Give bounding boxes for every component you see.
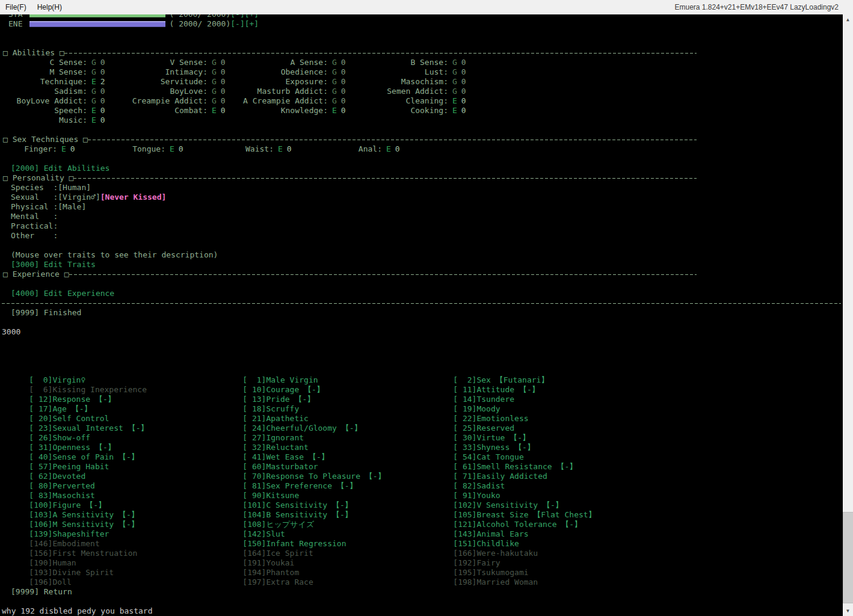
trait-label: [ 13]Pride 【-】 [242,395,315,404]
trait-label: [106]M Sensitivity 【-】 [29,520,139,529]
menu-bar: File(F) Help(H) Emuera 1.824+v21+EMv18+E… [0,0,853,14]
ability-value: 0 [461,96,466,106]
ability-value: 0 [341,96,346,106]
ability-stat: Servitude: G 0 [131,77,251,87]
ability-grade: E [91,106,96,116]
trait-label: [ 61]Smell Resistance 【-】 [453,462,577,471]
personality-label: Mental : [11,212,58,221]
trait-label: [ 22]Emotionless [453,414,528,423]
ene-progress-bar [29,21,165,27]
ability-value: 0 [395,144,400,154]
trait-label: [194]Phantom [242,568,299,577]
trait-label: [ 80]Perverted [29,481,95,490]
trait-label: [ 6]Kissing Inexperience [29,385,147,394]
scrollbar-track[interactable] [843,25,853,606]
trait-button[interactable]: [ 0]Virgin♀ [10,366,224,375]
ability-label: Knowledge: [251,106,328,116]
trait-label: [ 12]Response 【-】 [29,395,115,404]
ability-label: BoyLove Addict: [10,96,87,106]
edit-experience-button[interactable]: [4000] Edit Experience [0,289,843,298]
menu-file[interactable]: File(F) [0,1,32,14]
trait-label: [ 57]Peeing Habit [29,462,109,471]
trait-button[interactable]: [ 2]Sex 【Futanari】 [434,366,843,375]
ability-stat: Waist: E 0 [227,144,335,154]
menu-help[interactable]: Help(H) [32,1,67,14]
ability-label: Intimacy: [131,67,208,77]
sex-techniques-title: □ Sex Techniques □ [3,135,88,144]
ene-value: ( 2000/ 2000) [169,19,230,29]
trait-label: [ 2]Sex 【Futanari】 [453,375,549,384]
ability-stat: Speech: E 0 [10,106,131,116]
ability-label: Semen Addict: [371,87,448,96]
ability-stat: Music: E 0 [10,116,131,125]
ability-label: Masturb Addict: [251,87,328,96]
abilities-title: □ Abilities □ [3,48,64,58]
ability-stat: Semen Addict: G 0 [371,87,491,96]
ability-stat: Combat: E 0 [131,106,251,116]
return-button[interactable]: [9999] Return [0,587,843,597]
scroll-up-icon[interactable]: ▲ [843,14,853,25]
trait-label: [101]C Sensitivity 【-】 [242,500,353,510]
input-line[interactable]: why 192 disbled pedy you bastard [0,606,843,616]
ability-stat: Intimacy: G 0 [131,67,251,77]
trait-label: [ 24]Cheerful/Gloomy 【-】 [242,424,362,433]
trait-label: [192]Fairy [453,558,500,567]
trait-label: [143]Animal Ears [453,529,528,538]
dashed-divider [73,173,697,183]
dashed-divider [64,48,697,58]
ability-grade: G [212,58,217,67]
ability-stat: Tongue: E 0 [119,144,227,154]
ability-value: 0 [100,106,105,116]
trait-label: [105]Breast Size 【Flat Chest】 [453,510,596,519]
trait-label: [ 33]Shyness 【-】 [453,443,535,452]
sta-plus-button[interactable]: [+] [245,14,259,19]
trait-label: [ 70]Response To Pleasure 【-】 [242,472,385,481]
edit-abilities-button[interactable]: [2000] Edit Abilities [0,164,843,173]
trait-label: [103]A Sensitivity 【-】 [29,510,139,519]
trait-label: [ 26]Show-off [29,433,90,442]
personality-label: Sexual : [11,192,58,202]
scroll-down-icon[interactable]: ▼ [843,606,853,616]
ability-stat: Knowledge: E 0 [251,106,371,116]
ability-label: Cleaning: [371,96,448,106]
ability-stat: Finger: E 0 [10,144,119,154]
trait-label: [197]Extra Race [242,578,313,587]
ability-grade: E [278,144,283,154]
trait-label: [ 91]Youko [453,491,500,500]
ability-grade: G [332,58,337,67]
trait-button[interactable]: [ 1]Male Virgin [224,366,434,375]
ability-grade: G [212,96,217,106]
ability-grade: E [170,144,174,154]
dashed-divider [69,270,697,279]
ene-plus-button[interactable]: [+] [245,19,259,29]
sta-minus-button[interactable]: [-] [230,14,244,19]
ene-minus-button[interactable]: [-] [230,19,244,29]
finished-button[interactable]: [9999] Finished [0,308,843,318]
ability-label: Speech: [10,106,87,116]
ability-label: V Sense: [131,58,208,67]
trait-label: [ 21]Apathetic [242,414,309,423]
ability-label: BoyLove: [131,87,208,96]
ability-label: B Sense: [371,58,448,67]
scrollbar-thumb[interactable] [843,512,853,603]
ability-value: 2 [100,77,105,87]
ability-grade: E [452,96,457,106]
ability-stat: Technique: E 2 [10,77,131,87]
trait-label: [ 83]Masochist [29,491,95,500]
personality-row: Other : [0,231,843,241]
ability-label: Lust: [371,67,448,77]
ability-value: 0 [221,96,226,106]
ability-label: Tongue: [119,144,165,154]
edit-traits-button[interactable]: [3000] Edit Traits [0,260,843,270]
ability-label: A Sense: [251,58,328,67]
ability-label: A Creampie Addict: [251,96,328,106]
ability-label: Creampie Addict: [131,96,208,106]
ability-stat: B Sense: G 0 [371,58,491,67]
ability-stat: Lust: G 0 [371,67,491,77]
trait-label: [166]Were-hakutaku [453,549,538,558]
ability-value: 0 [100,87,105,96]
trait-label: [139]Shapeshifter [29,529,109,538]
ability-grade: G [91,58,96,67]
ability-grade: E [452,106,457,116]
ability-stat: Cleaning: E 0 [371,96,491,106]
